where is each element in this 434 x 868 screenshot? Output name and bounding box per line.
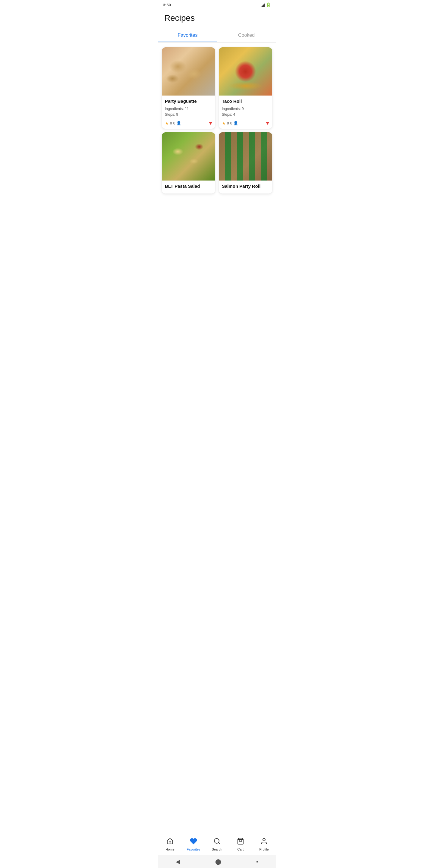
signal-icon: ◢	[261, 2, 265, 7]
battery-icon: 🔋	[266, 2, 271, 7]
recipe-name-3: BLT Pasta Salad	[165, 184, 212, 189]
person-icon-1: 👤	[176, 121, 181, 125]
recipe-meta-2: Ingredients: 9 Steps: 4	[222, 106, 269, 118]
person-icon-2: 👤	[233, 121, 238, 125]
recipe-stats-1: ★ 0 0 👤	[165, 121, 181, 126]
recipe-image-4	[219, 132, 272, 181]
tab-cooked[interactable]: Cooked	[217, 29, 276, 42]
recipe-card-1[interactable]: Party Baguette Ingredients: 11 Steps: 9 …	[162, 47, 215, 129]
recipe-info-3: BLT Pasta Salad	[162, 181, 215, 193]
favorite-button-1[interactable]: ♥	[209, 120, 212, 126]
recipe-name-4: Salmon Party Roll	[222, 184, 269, 189]
recipe-card-3[interactable]: BLT Pasta Salad	[162, 132, 215, 193]
status-bar: 3:59 ◢ 🔋	[158, 0, 276, 8]
favorite-button-2[interactable]: ♥	[266, 120, 269, 126]
recipe-footer-2: ★ 0 0 👤 ♥	[222, 120, 269, 126]
recipe-info-4: Salmon Party Roll	[219, 181, 272, 193]
recipe-card-2[interactable]: Taco Roll Ingredients: 9 Steps: 4 ★ 0 0 …	[219, 47, 272, 129]
status-icons: ◢ 🔋	[261, 2, 271, 7]
page-title: Recipes	[158, 8, 276, 29]
recipe-stats-2: ★ 0 0 👤	[222, 121, 238, 126]
tab-favorites[interactable]: Favorites	[158, 29, 217, 42]
recipe-grid: Party Baguette Ingredients: 11 Steps: 9 …	[158, 47, 276, 218]
recipe-name-1: Party Baguette	[165, 98, 212, 104]
recipe-footer-1: ★ 0 0 👤 ♥	[165, 120, 212, 126]
tabs-container: Favorites Cooked	[158, 29, 276, 42]
recipe-image-1	[162, 47, 215, 96]
time-display: 3:59	[163, 3, 171, 7]
recipe-image-2	[219, 47, 272, 96]
recipe-meta-1: Ingredients: 11 Steps: 9	[165, 106, 212, 118]
recipe-info-1: Party Baguette Ingredients: 11 Steps: 9 …	[162, 96, 215, 129]
recipe-card-4[interactable]: Salmon Party Roll	[219, 132, 272, 193]
star-icon-1: ★	[165, 121, 169, 126]
recipe-image-3	[162, 132, 215, 181]
star-icon-2: ★	[222, 121, 226, 126]
recipe-info-2: Taco Roll Ingredients: 9 Steps: 4 ★ 0 0 …	[219, 96, 272, 129]
recipe-name-2: Taco Roll	[222, 98, 269, 104]
